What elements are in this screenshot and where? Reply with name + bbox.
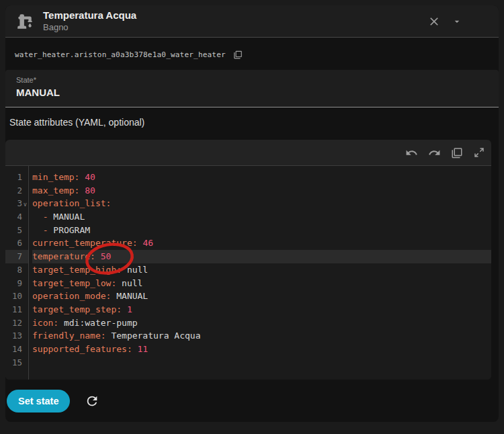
line-number: 9 [5,277,28,290]
code-line[interactable]: - PROGRAM [32,224,491,237]
line-number: 10 [5,290,28,303]
expand-editor-button[interactable] [473,146,485,159]
entity-picker-toggle[interactable] [452,16,462,27]
refresh-icon [85,394,99,408]
yaml-code-editor[interactable]: 123v456789101112131415 min_temp: 40max_t… [5,165,491,380]
code-line[interactable]: - MANUAL [32,210,491,224]
refresh-button[interactable] [85,394,99,408]
code-line[interactable]: operation_list: [32,197,491,210]
code-line[interactable]: min_temp: 40 [32,171,491,184]
code-line[interactable]: target_temp_step: 1 [32,303,491,316]
dialog-titles: Temperatura Acqua Bagno [43,9,136,34]
redo-icon [428,146,441,159]
water-pump-icon [16,13,34,30]
line-number: 8 [5,263,28,277]
editor-toolbar [5,140,491,165]
code-line[interactable]: friendly_name: Temperatura Acqua [32,329,491,343]
undo-icon [405,146,418,159]
state-input[interactable]: State* MANUAL [5,70,499,107]
close-button[interactable] [427,15,441,28]
line-number: 14 [5,343,28,356]
line-number: 15 [5,356,28,370]
yaml-editor-panel: 123v456789101112131415 min_temp: 40max_t… [5,140,491,380]
set-state-button[interactable]: Set state [7,390,70,413]
code-line[interactable] [32,356,491,370]
line-number: 13 [5,329,28,343]
set-state-dialog: Temperatura Acqua Bagno water_heater.ari… [5,5,499,422]
line-number: 7 [5,250,28,263]
line-number: 2 [5,184,28,198]
code-line[interactable]: current_temperature: 46 [32,236,491,250]
line-number: 11 [5,303,28,316]
code-line[interactable]: target_temp_low: null [32,277,491,290]
line-number: 4 [5,210,28,224]
undo-button[interactable] [405,146,418,159]
line-number: 5 [5,224,28,237]
code-line[interactable]: temperature: 50 [32,250,491,263]
gutter: 123v456789101112131415 [5,166,29,380]
entity-id: water_heater.ariston_a0a3b378e1a0_water_… [15,50,226,59]
attributes-section-label: State attributes (YAML, optional) [9,117,144,128]
code-line[interactable]: icon: mdi:water-pump [32,316,491,330]
line-number: 6 [5,236,28,250]
dialog-header: Temperatura Acqua Bagno [5,5,499,38]
redo-button[interactable] [428,146,441,159]
copy-icon [451,146,463,159]
line-number: 1 [5,171,28,184]
fold-chevron-icon[interactable]: v [22,200,28,208]
code-lines[interactable]: min_temp: 40max_temp: 80operation_list: … [29,166,491,380]
entity-id-row: water_heater.ariston_a0a3b378e1a0_water_… [15,45,243,64]
close-icon [427,15,441,28]
chevron-down-icon [452,16,462,27]
copy-code-button[interactable] [451,146,463,159]
code-line[interactable]: target_temp_high: null [32,263,491,277]
copy-entity-id-button[interactable] [233,50,243,59]
entity-title: Temperatura Acqua [43,9,136,22]
copy-icon [233,50,243,59]
state-input-value: MANUAL [16,87,488,98]
expand-icon [473,146,485,159]
code-line[interactable]: max_temp: 80 [32,184,491,198]
code-line[interactable]: operation_mode: MANUAL [32,290,491,303]
entity-area: Bagno [43,22,136,33]
code-line[interactable]: supported_features: 11 [32,343,491,356]
line-number: 3v [5,197,28,210]
state-input-label: State* [16,76,488,84]
line-number: 12 [5,316,28,330]
